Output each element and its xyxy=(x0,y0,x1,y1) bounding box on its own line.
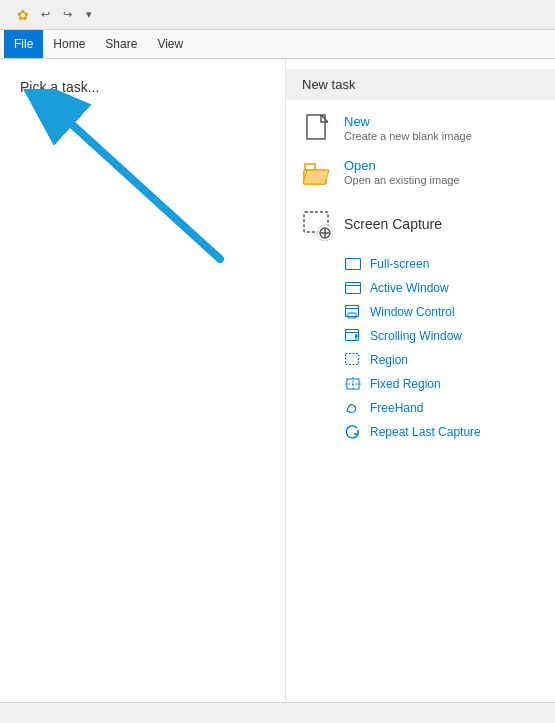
svg-rect-12 xyxy=(346,283,361,294)
left-panel: Pick a task... xyxy=(0,59,285,702)
section-header: New task xyxy=(286,69,555,100)
capture-title: Screen Capture xyxy=(344,210,442,232)
qa-dropdown-button[interactable]: ▾ xyxy=(80,6,98,24)
undo-button[interactable]: ↩ xyxy=(36,6,54,24)
capture-item-active-window[interactable]: Active Window xyxy=(286,276,555,300)
scrolling-window-icon xyxy=(344,327,362,345)
repeat-last-icon xyxy=(344,423,362,441)
capture-item-fixed-region[interactable]: Fixed Region xyxy=(286,372,555,396)
fullscreen-label: Full-screen xyxy=(370,257,429,271)
window-control-icon xyxy=(344,303,362,321)
status-bar xyxy=(0,702,555,723)
app-icon: ✿ xyxy=(14,6,32,24)
svg-rect-14 xyxy=(346,306,359,317)
quick-access-toolbar: ✿ ↩ ↪ ▾ xyxy=(8,4,104,26)
open-file-icon xyxy=(302,158,334,190)
svg-rect-11 xyxy=(346,259,361,270)
repeat-last-label: Repeat Last Capture xyxy=(370,425,481,439)
fixed-region-icon xyxy=(344,375,362,393)
fixed-region-label: Fixed Region xyxy=(370,377,441,391)
open-task-item[interactable]: Open Open an existing image xyxy=(286,152,555,196)
active-window-label: Active Window xyxy=(370,281,449,295)
tab-share[interactable]: Share xyxy=(95,30,147,58)
open-task-title: Open xyxy=(344,158,460,173)
open-task-desc: Open an existing image xyxy=(344,174,460,186)
region-label: Region xyxy=(370,353,408,367)
new-task-item[interactable]: New Create a new blank image xyxy=(286,108,555,152)
redo-button[interactable]: ↪ xyxy=(58,6,76,24)
new-task-title: New xyxy=(344,114,472,129)
new-task-text: New Create a new blank image xyxy=(344,114,472,142)
capture-item-freehand[interactable]: FreeHand xyxy=(286,396,555,420)
region-icon xyxy=(344,351,362,369)
new-task-desc: Create a new blank image xyxy=(344,130,472,142)
main-content: Pick a task... New task xyxy=(0,59,555,702)
capture-item-repeat-last[interactable]: Repeat Last Capture xyxy=(286,420,555,444)
svg-rect-2 xyxy=(307,115,325,139)
ribbon: File Home Share View xyxy=(0,30,555,59)
open-task-text: Open Open an existing image xyxy=(344,158,460,186)
tab-view[interactable]: View xyxy=(147,30,193,58)
capture-items-list: Full-screen Active Window xyxy=(286,250,555,446)
capture-item-scrolling-window[interactable]: Scrolling Window xyxy=(286,324,555,348)
new-file-icon xyxy=(302,114,334,146)
freehand-icon xyxy=(344,399,362,417)
active-window-icon xyxy=(344,279,362,297)
svg-rect-5 xyxy=(305,164,315,170)
screen-capture-icon xyxy=(302,210,334,242)
ribbon-tabs: File Home Share View xyxy=(0,30,555,58)
blue-arrow xyxy=(10,89,230,272)
capture-section-header: Screen Capture xyxy=(286,204,555,248)
window-control-label: Window Control xyxy=(370,305,455,319)
title-bar: ✿ ↩ ↪ ▾ xyxy=(0,0,555,30)
svg-rect-20 xyxy=(355,335,358,338)
scrolling-window-label: Scrolling Window xyxy=(370,329,462,343)
capture-item-window-control[interactable]: Window Control xyxy=(286,300,555,324)
capture-item-fullscreen[interactable]: Full-screen xyxy=(286,252,555,276)
capture-item-region[interactable]: Region xyxy=(286,348,555,372)
right-panel: New task New Create a new blank image xyxy=(285,59,555,702)
svg-rect-21 xyxy=(346,354,359,365)
svg-line-1 xyxy=(55,109,220,259)
tab-home[interactable]: Home xyxy=(43,30,95,58)
tab-file[interactable]: File xyxy=(4,30,43,58)
fullscreen-icon xyxy=(344,255,362,273)
svg-rect-16 xyxy=(348,313,356,318)
freehand-label: FreeHand xyxy=(370,401,423,415)
